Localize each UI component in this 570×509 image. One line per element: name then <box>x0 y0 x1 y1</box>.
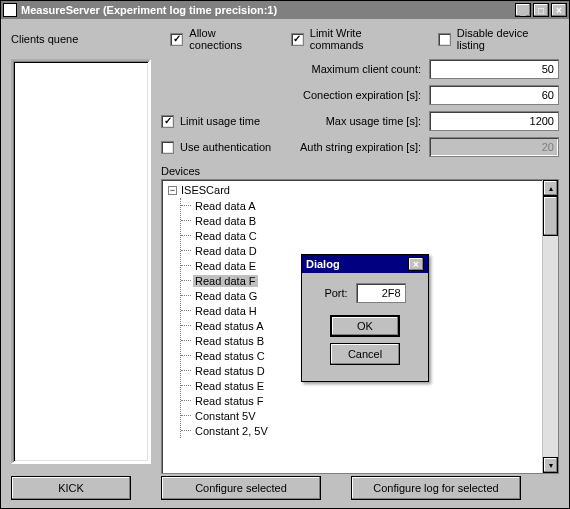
tree-item-label: Read status A <box>193 320 266 332</box>
tree-item[interactable]: Read data C <box>181 228 540 243</box>
titlebar: MeasureServer (Experiment log time preci… <box>1 1 569 19</box>
tree-item-label: Read status E <box>193 380 266 392</box>
maximize-button[interactable]: □ <box>533 3 549 17</box>
tree-item[interactable]: Read data A <box>181 198 540 213</box>
max-usage-label: Max usage time [s]: <box>326 115 421 127</box>
checkbox-icon <box>170 33 183 46</box>
app-icon <box>3 3 17 17</box>
allow-connections-label: Allow conections <box>189 27 271 51</box>
checkbox-icon <box>161 115 174 128</box>
tree-item-label: Read data D <box>193 245 259 257</box>
auth-expiration-input <box>429 137 559 157</box>
port-dialog: Dialog × Port: OK Cancel <box>301 254 429 382</box>
tree-root-item[interactable]: − ISESCard <box>168 182 540 198</box>
scroll-thumb[interactable] <box>543 196 558 236</box>
max-clients-input[interactable] <box>429 59 559 79</box>
allow-connections-checkbox[interactable]: Allow conections <box>170 27 270 51</box>
limit-usage-label: Limit usage time <box>180 115 260 127</box>
port-input[interactable] <box>356 283 406 303</box>
tree-item-label: Read data G <box>193 290 259 302</box>
cancel-button[interactable]: Cancel <box>330 343 400 365</box>
app-window: MeasureServer (Experiment log time preci… <box>0 0 570 509</box>
dialog-close-button[interactable]: × <box>408 257 424 271</box>
tree-item-label: Read status B <box>193 335 266 347</box>
tree-item-label: Read data B <box>193 215 258 227</box>
scrollbar[interactable]: ▴ ▾ <box>542 180 558 473</box>
port-label: Port: <box>324 287 347 299</box>
max-clients-label: Maximum client count: <box>312 63 421 75</box>
limit-write-checkbox[interactable]: Limit Write commands <box>291 27 418 51</box>
scroll-track[interactable] <box>543 196 558 457</box>
tree-item[interactable]: Constant 2, 5V <box>181 423 540 438</box>
tree-item-label: Read status C <box>193 350 267 362</box>
clients-queue-label: Clients quene <box>11 33 150 45</box>
dialog-title: Dialog <box>306 258 340 270</box>
checkbox-icon <box>161 141 174 154</box>
max-usage-input[interactable] <box>429 111 559 131</box>
collapse-icon[interactable]: − <box>168 186 177 195</box>
devices-label: Devices <box>161 165 559 177</box>
close-button[interactable]: × <box>551 3 567 17</box>
configure-selected-button[interactable]: Configure selected <box>161 476 321 500</box>
tree-item-label: Constant 5V <box>193 410 258 422</box>
configure-log-button[interactable]: Configure log for selected <box>351 476 521 500</box>
tree-item-label: Read data C <box>193 230 259 242</box>
disable-listing-checkbox[interactable]: Disable device listing <box>438 27 559 51</box>
conn-expiration-label: Conection expiration [s]: <box>303 89 421 101</box>
use-auth-label: Use authentication <box>180 141 271 153</box>
dialog-titlebar: Dialog × <box>302 255 428 273</box>
tree-item-label: Read data F <box>193 275 258 287</box>
scroll-down-button[interactable]: ▾ <box>543 457 558 473</box>
limit-write-label: Limit Write commands <box>310 27 418 51</box>
limit-usage-checkbox[interactable]: Limit usage time <box>161 115 260 128</box>
tree-item[interactable]: Read status F <box>181 393 540 408</box>
tree-item-label: Read status F <box>193 395 265 407</box>
tree-item-label: Constant 2, 5V <box>193 425 270 437</box>
tree-item-label: Read data A <box>193 200 258 212</box>
checkbox-icon <box>291 33 304 46</box>
use-auth-checkbox[interactable]: Use authentication <box>161 141 271 154</box>
tree-root-label: ISESCard <box>181 184 230 196</box>
window-title: MeasureServer (Experiment log time preci… <box>21 4 513 16</box>
kick-button[interactable]: KICK <box>11 476 131 500</box>
ok-button[interactable]: OK <box>330 315 400 337</box>
minimize-button[interactable]: _ <box>515 3 531 17</box>
tree-item[interactable]: Read data B <box>181 213 540 228</box>
tree-item-label: Read data H <box>193 305 259 317</box>
checkbox-icon <box>438 33 451 46</box>
conn-expiration-input[interactable] <box>429 85 559 105</box>
disable-listing-label: Disable device listing <box>457 27 559 51</box>
auth-expiration-label: Auth string expiration [s]: <box>300 141 421 153</box>
clients-queue-list[interactable] <box>11 59 151 464</box>
scroll-up-button[interactable]: ▴ <box>543 180 558 196</box>
tree-item-label: Read data E <box>193 260 258 272</box>
tree-item-label: Read status D <box>193 365 267 377</box>
tree-item[interactable]: Constant 5V <box>181 408 540 423</box>
